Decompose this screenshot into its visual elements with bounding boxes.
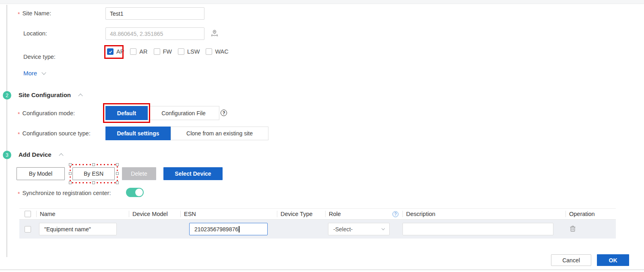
toggle-knob [135,189,143,196]
checkbox-wac[interactable]: WAC [206,48,228,55]
sync-toggle[interactable] [126,188,144,197]
config-source-label: Configuration source type: [22,130,90,137]
header-description: Description [402,211,566,217]
location-label-wrap: Location: [23,30,47,37]
location-label: Location: [23,30,47,37]
description-input[interactable] [402,223,553,235]
header-esn: ESN [180,211,277,217]
header-role-label: Role [329,211,341,217]
create-site-dialog: *Site Name: Location: Device type: AP AR… [0,0,644,272]
chevron-up-icon [59,153,63,158]
checkbox-ap-box[interactable] [107,48,114,55]
chevron-down-icon [42,70,46,75]
checkbox-ar[interactable]: AR [130,48,147,55]
row-role-cell: -Select- [325,220,402,239]
esn-value: 21023567989876 [194,226,238,233]
select-all-checkbox[interactable] [25,211,31,217]
esn-input[interactable]: 21023567989876 [189,223,268,235]
checkbox-ar-box[interactable] [130,48,136,55]
required-asterisk: * [18,191,20,197]
config-mode-label: Configuration mode: [22,110,75,116]
add-device-title: Add Device [19,151,52,158]
row-device-type-cell [277,220,325,239]
more-link[interactable]: More [23,70,37,77]
header-device-type: Device Type [277,211,325,217]
required-asterisk: * [18,111,20,117]
row-device-model-cell [129,220,180,239]
check-icon [108,50,113,54]
table-header-row: Name Device Model ESN Device Type Role ?… [19,208,616,220]
header-role: Role ? [325,211,402,217]
row-esn-cell: 21023567989876 [180,220,277,239]
device-type-label-wrap: Device type: [23,54,56,60]
device-type-label: Device type: [23,54,56,60]
device-table: Name Device Model ESN Device Type Role ?… [19,208,616,239]
checkbox-wac-box[interactable] [206,48,212,55]
more-toggle[interactable]: More [23,70,45,77]
delete-button[interactable]: Delete [122,167,156,180]
chevron-down-icon [382,227,385,230]
role-select-value: -Select- [333,226,353,233]
ok-button[interactable]: OK [597,254,629,266]
row-checkbox[interactable] [25,226,31,233]
config-mode-file-button[interactable]: Configuration File [148,106,219,120]
step-connector-line [6,5,7,257]
delete-row-icon[interactable] [570,225,576,233]
checkbox-wac-label: WAC [215,48,228,55]
location-input[interactable] [105,27,204,40]
checkbox-ar-label: AR [139,48,147,55]
chevron-up-icon [78,93,83,98]
required-asterisk: * [18,131,20,137]
config-source-segmented: Default settings Clone from an existing … [105,127,268,140]
checkbox-lsw-label: LSW [187,48,200,55]
row-select-cell[interactable] [19,220,36,239]
step-2-badge: 2 [3,91,11,100]
select-device-button[interactable]: Select Device [163,167,223,180]
role-help-icon[interactable]: ? [392,211,398,217]
site-name-label: Site Name: [22,10,51,17]
checkbox-fw[interactable]: FW [154,48,172,55]
top-divider [0,0,644,4]
site-name-input[interactable] [105,7,204,20]
site-configuration-title: Site Configuration [19,91,71,98]
header-operation: Operation [566,211,616,217]
default-settings-button[interactable]: Default settings [105,127,171,140]
config-mode-label-wrap: *Configuration mode: [18,110,75,116]
checkbox-ap-label: AP [116,48,124,55]
by-esn-button[interactable]: By ESN [72,167,115,180]
role-select[interactable]: -Select- [328,223,390,235]
add-device-header[interactable]: Add Device [19,151,63,158]
checkbox-lsw-box[interactable] [178,48,184,55]
cancel-button[interactable]: Cancel [551,254,591,266]
site-configuration-header[interactable]: Site Configuration [19,91,82,98]
checkbox-lsw[interactable]: LSW [178,48,200,55]
config-mode-segmented: Default Configuration File [105,106,219,120]
checkbox-fw-box[interactable] [154,48,160,55]
map-pin-icon[interactable] [210,29,219,39]
device-type-group: AP AR FW LSW WAC [107,48,229,55]
step-3-badge: 3 [3,151,11,159]
row-operation-cell [566,220,616,239]
device-name-input[interactable] [39,223,117,235]
config-source-label-wrap: *Configuration source type: [18,130,91,137]
config-mode-default-button[interactable]: Default [105,106,148,120]
header-select-all[interactable] [19,211,36,217]
clone-existing-site-button[interactable]: Clone from an existing site [171,127,268,140]
device-table-row: 21023567989876 -Select- [19,220,616,239]
sync-label-wrap: *Synchronize to registration center: [18,190,111,196]
row-name-cell [36,220,129,239]
row-description-cell [402,220,566,239]
site-name-label-wrap: *Site Name: [18,10,51,17]
text-caret [239,226,239,233]
sync-label: Synchronize to registration center: [22,190,111,196]
checkbox-ap[interactable]: AP [107,48,124,55]
checkbox-fw-label: FW [163,48,172,55]
config-mode-help-icon[interactable]: ? [221,110,227,116]
bottom-divider [0,270,644,270]
by-model-button[interactable]: By Model [17,167,65,180]
required-asterisk: * [18,11,20,17]
header-device-model: Device Model [129,211,180,217]
header-name: Name [36,211,129,217]
